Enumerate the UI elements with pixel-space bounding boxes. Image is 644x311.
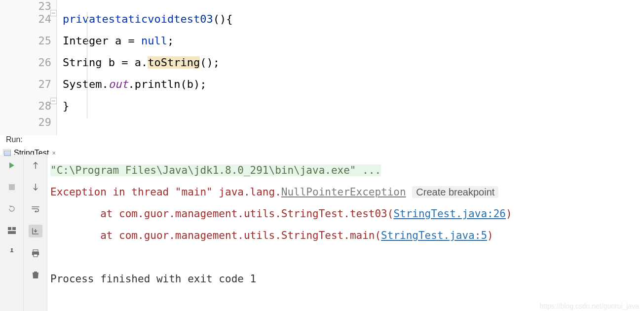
run-toolbar-secondary — [24, 155, 47, 311]
svg-rect-1 — [8, 227, 11, 230]
run-config-icon — [4, 151, 11, 156]
watermark: https://blog.csdn.net/guorui_java — [539, 302, 639, 310]
exception-class-link[interactable]: NullPointerException — [281, 186, 406, 198]
print-icon[interactable] — [30, 247, 41, 259]
code-line-24: private static void test03(){ — [63, 8, 644, 30]
exception-header: Exception in thread "main" java.lang. — [50, 186, 281, 198]
run-toolbar-primary — [0, 155, 24, 311]
scroll-up-icon[interactable] — [30, 159, 41, 171]
code-line-25: Integer a = null; — [63, 30, 644, 51]
code-editor: 23 24 25 26 27 28 29 private static void… — [0, 0, 644, 135]
code-line-26: String b = a.toString(); — [63, 51, 644, 73]
pin-icon[interactable] — [6, 246, 18, 258]
svg-rect-4 — [33, 250, 38, 252]
stack-frame-2: at com.guor.management.utils.StringTest.… — [50, 230, 381, 241]
run-label: Run: — [0, 135, 29, 144]
indent-guide — [87, 12, 87, 118]
stack-link-2[interactable]: StringTest.java:5 — [381, 230, 487, 241]
console-output[interactable]: "C:\Program Files\Java\jdk1.8.0_291\bin\… — [47, 155, 644, 311]
layout-icon[interactable] — [6, 225, 18, 236]
code-text-area[interactable]: private static void test03(){ Integer a … — [57, 0, 644, 135]
line-number: 29 — [0, 117, 56, 127]
svg-rect-6 — [34, 254, 38, 257]
line-number: 23 — [0, 0, 56, 8]
soft-wrap-icon[interactable] — [30, 203, 41, 215]
fold-minus-icon[interactable] — [50, 98, 57, 104]
line-number: 24 — [0, 8, 56, 30]
stop-button[interactable] — [6, 181, 18, 193]
debug-restart-icon[interactable] — [6, 203, 18, 215]
fold-minus-icon[interactable] — [50, 10, 57, 16]
svg-rect-0 — [9, 184, 15, 190]
stack-frame-1: at com.guor.management.utils.StringTest.… — [50, 208, 393, 220]
line-number: 28 — [0, 95, 56, 117]
stack-link-1[interactable]: StringTest.java:26 — [393, 208, 506, 220]
code-line-28: } — [63, 95, 644, 117]
run-toolwindow-body: "C:\Program Files\Java\jdk1.8.0_291\bin\… — [0, 155, 644, 311]
svg-rect-2 — [12, 227, 16, 230]
scroll-down-icon[interactable] — [30, 181, 41, 193]
code-line-27: System.out.println(b); — [63, 73, 644, 95]
line-gutter: 23 24 25 26 27 28 29 — [0, 0, 57, 135]
rerun-button[interactable] — [6, 159, 18, 171]
line-number: 27 — [0, 73, 56, 95]
line-number: 26 — [0, 51, 56, 73]
create-breakpoint-button[interactable]: Create breakpoint — [412, 186, 498, 198]
line-number: 25 — [0, 30, 56, 51]
console-command-line: "C:\Program Files\Java\jdk1.8.0_291\bin\… — [50, 164, 381, 176]
trash-icon[interactable] — [30, 269, 41, 281]
scroll-to-end-icon[interactable] — [29, 225, 42, 237]
process-finished: Process finished with exit code 1 — [50, 273, 256, 285]
svg-rect-3 — [8, 231, 16, 234]
